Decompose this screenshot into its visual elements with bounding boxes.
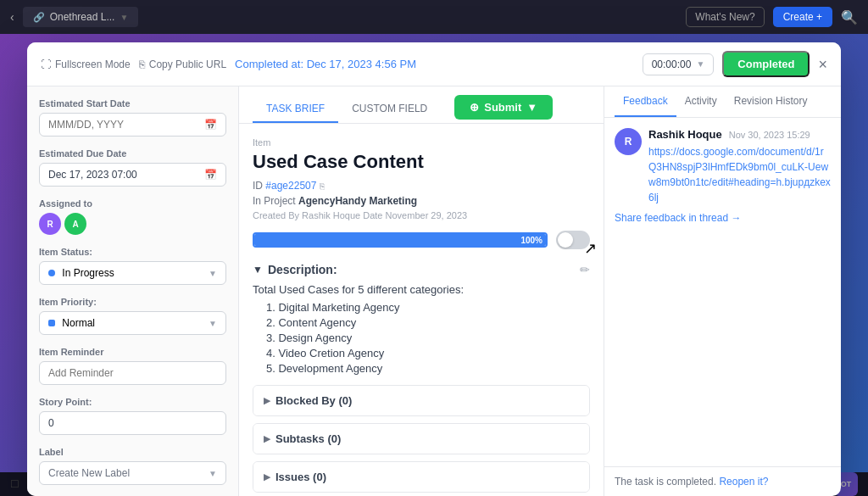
item-status-dropdown[interactable]: In Progress ▼ bbox=[39, 261, 226, 285]
completed-badge-button[interactable]: Completed bbox=[722, 51, 810, 77]
description-edit-icon[interactable]: ✏ bbox=[580, 263, 590, 276]
tab-revision-history[interactable]: Revision History bbox=[726, 86, 816, 117]
blocked-by-header[interactable]: ▶ Blocked By (0) bbox=[253, 386, 589, 415]
app-taskbar: ‹ 🔗 Onethread L... ▼ What's New? Create … bbox=[0, 0, 868, 34]
status-dot bbox=[48, 270, 55, 276]
tab-custom-field[interactable]: CUSTOM FIELD bbox=[338, 96, 441, 123]
time-picker[interactable]: 00:00:00 ▼ bbox=[643, 53, 715, 75]
cursor-arrow: ↗ bbox=[584, 239, 597, 258]
progress-label: 100% bbox=[520, 236, 542, 245]
reminder-input[interactable] bbox=[39, 361, 226, 385]
reminder-label: Item Reminder bbox=[39, 347, 226, 357]
label-placeholder: Create New Label bbox=[48, 467, 130, 479]
story-point-input[interactable] bbox=[39, 411, 226, 435]
issues-chevron-icon: ▶ bbox=[264, 471, 270, 482]
story-point-group: Story Point: bbox=[39, 397, 226, 435]
est-due-group: Estimated Due Date Dec 17, 2023 07:00 📅 bbox=[39, 148, 226, 187]
tab-activity[interactable]: Activity bbox=[676, 86, 726, 117]
story-point-label: Story Point: bbox=[39, 397, 226, 407]
close-button[interactable]: × bbox=[818, 57, 827, 72]
task-id-row: ID #age22507 ⎘ bbox=[253, 180, 590, 192]
copy-public-url-button[interactable]: ⎘ Copy Public URL bbox=[139, 59, 226, 70]
subtasks-section: ▶ Subtasks (0) bbox=[253, 423, 590, 454]
issues-section: ▶ Issues (0) bbox=[253, 461, 590, 493]
est-start-field[interactable] bbox=[48, 119, 204, 131]
calendar-icon-2: 📅 bbox=[204, 169, 217, 181]
est-start-input[interactable]: 📅 bbox=[39, 113, 226, 137]
assigned-group: Assigned to R A bbox=[39, 198, 226, 235]
label-group: Label Create New Label ▼ bbox=[39, 447, 226, 485]
project-name: AgencyHandy Marketing bbox=[298, 195, 417, 207]
est-due-label: Estimated Due Date bbox=[39, 148, 226, 159]
right-content: R Rashik Hoque Nov 30, 2023 15:29 https:… bbox=[604, 118, 841, 466]
task-project-row: In Project AgencyHandy Marketing bbox=[253, 195, 590, 207]
label-field-label: Label bbox=[39, 447, 226, 457]
tab-feedback[interactable]: Feedback bbox=[615, 86, 676, 117]
task-id-copy-icon[interactable]: ⎘ bbox=[320, 181, 325, 191]
task-id[interactable]: #age22507 bbox=[265, 180, 316, 192]
left-sidebar: Estimated Start Date 📅 Estimated Due Dat… bbox=[27, 86, 239, 496]
task-date: November 29, 2023 bbox=[386, 210, 468, 220]
est-due-value: Dec 17, 2023 07:00 bbox=[48, 169, 137, 181]
description-section-header[interactable]: ▼ Description: ✏ bbox=[253, 263, 590, 276]
task-title: Used Case Content bbox=[253, 151, 590, 173]
copy-icon: ⎘ bbox=[139, 59, 145, 70]
progress-bar[interactable]: 100% bbox=[253, 232, 548, 248]
task-content: Item Used Case Content ID #age22507 ⎘ In… bbox=[239, 124, 604, 496]
est-start-label: Estimated Start Date bbox=[39, 98, 226, 109]
status-chevron: ▼ bbox=[209, 269, 217, 278]
creator-name: Rashik Hoque bbox=[302, 210, 360, 220]
modal-header: ⛶ Fullscreen Mode ⎘ Copy Public URL Comp… bbox=[27, 42, 841, 86]
app-tab[interactable]: 🔗 Onethread L... ▼ bbox=[23, 7, 139, 27]
whats-new-button[interactable]: What's New? bbox=[686, 7, 764, 27]
priority-icon bbox=[48, 320, 55, 326]
est-start-group: Estimated Start Date 📅 bbox=[39, 98, 226, 137]
task-modal: ⛶ Fullscreen Mode ⎘ Copy Public URL Comp… bbox=[27, 42, 841, 496]
avatar-1[interactable]: R bbox=[39, 213, 61, 235]
progress-fill bbox=[254, 234, 546, 246]
priority-chevron: ▼ bbox=[209, 319, 217, 328]
label-dropdown[interactable]: Create New Label ▼ bbox=[39, 461, 226, 485]
submit-button[interactable]: ⊕ Submit ▼ bbox=[454, 95, 553, 120]
submit-chevron: ▼ bbox=[526, 101, 537, 114]
comment-body: Rashik Hoque Nov 30, 2023 15:29 https://… bbox=[648, 128, 831, 205]
reopen-link[interactable]: Reopen it? bbox=[719, 476, 768, 488]
submit-icon: ⊕ bbox=[470, 101, 479, 114]
modal-overlay: ⛶ Fullscreen Mode ⎘ Copy Public URL Comp… bbox=[0, 34, 868, 496]
commenter-name: Rashik Hoque bbox=[648, 128, 722, 141]
progress-container: 100% ↗ bbox=[253, 231, 590, 249]
toggle-switch[interactable]: ↗ bbox=[556, 231, 590, 249]
tab-task-brief[interactable]: TASK BRIEF bbox=[253, 96, 338, 123]
fullscreen-button[interactable]: ⛶ Fullscreen Mode bbox=[41, 59, 131, 70]
issues-header[interactable]: ▶ Issues (0) bbox=[253, 462, 589, 492]
commenter-avatar: R bbox=[615, 128, 642, 155]
time-value: 00:00:00 bbox=[652, 59, 692, 70]
avatar-2[interactable]: A bbox=[64, 213, 86, 235]
toggle-knob bbox=[558, 232, 573, 248]
assigned-avatars: R A bbox=[39, 213, 226, 235]
item-priority-value: Normal bbox=[62, 317, 95, 329]
item-priority-dropdown[interactable]: Normal ▼ bbox=[39, 311, 226, 335]
fullscreen-icon: ⛶ bbox=[41, 59, 51, 70]
item-priority-label: Item Priority: bbox=[39, 297, 226, 307]
tab-icon: 🔗 bbox=[33, 12, 45, 23]
subtasks-header[interactable]: ▶ Subtasks (0) bbox=[253, 424, 589, 454]
share-feedback-link[interactable]: Share feedback in thread → bbox=[615, 212, 831, 224]
est-due-input[interactable]: Dec 17, 2023 07:00 📅 bbox=[39, 163, 226, 187]
subtasks-chevron-icon: ▶ bbox=[264, 433, 270, 444]
list-item: Digital Marketing Agency bbox=[266, 301, 590, 314]
label-chevron: ▼ bbox=[209, 469, 217, 478]
blocked-chevron-icon: ▶ bbox=[264, 395, 270, 406]
right-footer: The task is completed. Reopen it? bbox=[604, 466, 841, 496]
issues-title: Issues (0) bbox=[275, 471, 326, 483]
search-icon[interactable]: 🔍 bbox=[841, 9, 858, 25]
description-title: Description: bbox=[268, 263, 337, 276]
create-button[interactable]: Create + bbox=[773, 7, 832, 27]
comment-meta: Rashik Hoque Nov 30, 2023 15:29 bbox=[648, 128, 831, 141]
comment-link[interactable]: https://docs.google.com/document/d/1rQ3H… bbox=[648, 144, 831, 205]
tab-bar: TASK BRIEF CUSTOM FIELD ⊕ Submit ▼ bbox=[239, 86, 604, 124]
list-item: Development Agency bbox=[266, 362, 590, 375]
back-icon[interactable]: ‹ bbox=[10, 10, 14, 24]
calendar-icon: 📅 bbox=[204, 119, 217, 131]
blocked-by-section: ▶ Blocked By (0) bbox=[253, 385, 590, 416]
